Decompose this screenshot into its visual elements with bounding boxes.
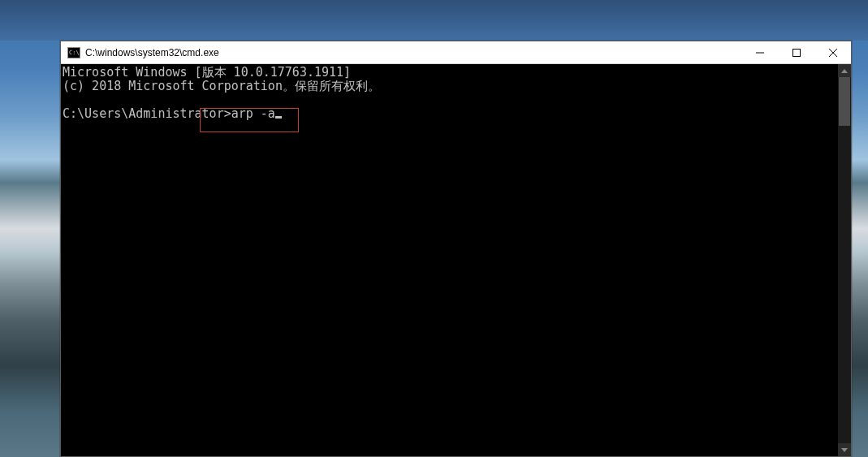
minimize-icon [756, 49, 764, 57]
copyright-line: (c) 2018 Microsoft Corporation。保留所有权利。 [63, 79, 380, 93]
window-controls [741, 41, 851, 63]
window-title: C:\windows\system32\cmd.exe [85, 47, 741, 58]
version-line: Microsoft Windows [版本 10.0.17763.1911] [63, 65, 351, 80]
prompt: C:\Users\Administrator> [63, 106, 231, 121]
svg-rect-1 [792, 50, 800, 57]
terminal[interactable]: Microsoft Windows [版本 10.0.17763.1911] (… [61, 64, 838, 456]
command-input[interactable]: arp -a [231, 106, 275, 121]
vertical-scrollbar[interactable] [838, 64, 851, 456]
maximize-icon [792, 49, 801, 57]
terminal-area: Microsoft Windows [版本 10.0.17763.1911] (… [61, 64, 851, 456]
prompt-line: C:\Users\Administrator>arp -a [63, 107, 838, 121]
maximize-button[interactable] [778, 41, 814, 64]
scrollbar-thumb[interactable] [839, 77, 850, 126]
cmd-window: C:\windows\system32\cmd.exe Microsoft Wi… [60, 41, 852, 457]
titlebar[interactable]: C:\windows\system32\cmd.exe [61, 41, 851, 64]
close-button[interactable] [814, 41, 851, 64]
cursor [275, 116, 282, 119]
close-icon [829, 49, 837, 57]
minimize-button[interactable] [741, 41, 778, 64]
scrollbar-up-button[interactable] [838, 64, 851, 77]
scrollbar-down-button[interactable] [838, 443, 851, 456]
cmd-icon [67, 47, 80, 58]
